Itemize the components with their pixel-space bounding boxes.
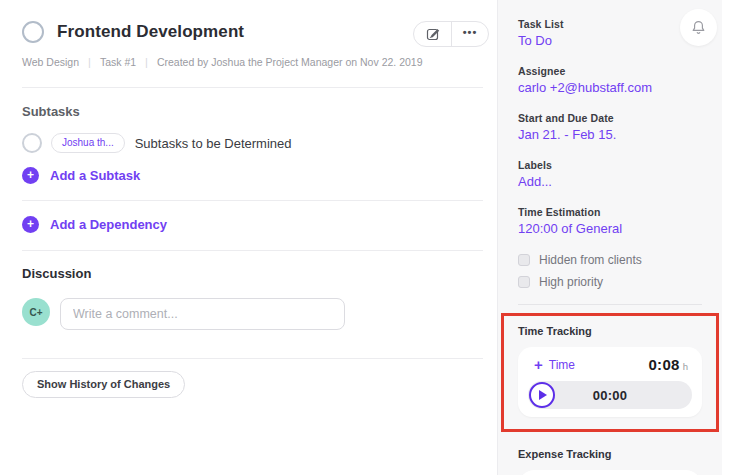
field-value-assignee[interactable]: carlo +2@hubstaff.com xyxy=(518,80,702,95)
add-time-button[interactable]: + Time xyxy=(534,357,575,372)
divider xyxy=(22,200,483,201)
field-assignee: Assignee carlo +2@hubstaff.com xyxy=(518,65,702,95)
high-priority-checkbox-row[interactable]: High priority xyxy=(518,275,702,289)
add-subtask-label: Add a Subtask xyxy=(50,168,140,183)
subtasks-heading: Subtasks xyxy=(22,104,483,119)
field-label: Time Estimation xyxy=(518,206,702,218)
main-panel: Frontend Development ••• Web Design | Ta… xyxy=(0,0,497,475)
time-total: 0:08 h xyxy=(648,356,688,373)
breadcrumb-separator: | xyxy=(88,56,91,68)
page-title: Frontend Development xyxy=(57,22,244,42)
show-history-button[interactable]: Show History of Changes xyxy=(22,371,185,398)
field-value-time-estimation[interactable]: 120:00 of General xyxy=(518,221,702,236)
breadcrumb-project[interactable]: Web Design xyxy=(22,56,79,68)
plus-icon: + xyxy=(22,167,39,184)
field-value-task-list[interactable]: To Do xyxy=(518,33,702,48)
more-options-button[interactable]: ••• xyxy=(451,22,488,46)
start-timer-button[interactable] xyxy=(529,382,555,408)
field-label: Start and Due Date xyxy=(518,112,702,124)
play-icon xyxy=(539,390,547,400)
field-value-dates[interactable]: Jan 21. - Feb 15. xyxy=(518,127,702,142)
time-tracking-heading: Time Tracking xyxy=(518,325,702,337)
checkbox-label: High priority xyxy=(539,275,603,289)
checkbox-icon[interactable] xyxy=(518,254,530,266)
comment-input[interactable] xyxy=(60,298,345,330)
divider xyxy=(22,250,483,251)
sidebar: Task List To Do Assignee carlo +2@hubsta… xyxy=(497,0,722,475)
bell-icon xyxy=(690,19,707,36)
divider xyxy=(22,358,483,359)
task-complete-checkbox[interactable] xyxy=(22,21,44,43)
breadcrumb-separator: | xyxy=(145,56,148,68)
plus-icon: + xyxy=(22,216,39,233)
time-tracking-card: + Time 0:08 h 00:00 xyxy=(518,347,702,417)
subtask-complete-checkbox[interactable] xyxy=(22,133,42,153)
subtask-assignee-badge[interactable]: Joshua th... xyxy=(51,133,125,153)
field-start-due-date: Start and Due Date Jan 21. - Feb 15. xyxy=(518,112,702,142)
divider xyxy=(22,87,483,88)
timer-bar: 00:00 xyxy=(528,381,692,409)
checkbox-label: Hidden from clients xyxy=(539,253,642,267)
comment-row: C+ xyxy=(22,298,483,330)
breadcrumb-created-by: Created by Joshua the Project Manager on… xyxy=(157,56,423,68)
field-label: Labels xyxy=(518,159,702,171)
task-actions: ••• xyxy=(413,21,489,47)
time-tracking-highlight-box: Time Tracking + Time 0:08 h xyxy=(501,313,719,432)
ellipsis-icon: ••• xyxy=(463,27,478,42)
plus-icon: + xyxy=(534,357,543,372)
field-task-list: Task List To Do xyxy=(518,18,702,48)
edit-task-button[interactable] xyxy=(414,22,451,46)
field-label: Task List xyxy=(518,18,702,30)
add-dependency-label: Add a Dependency xyxy=(50,217,167,232)
add-subtask-button[interactable]: + Add a Subtask xyxy=(22,167,483,184)
expense-tracking-card: + Expense 0 xyxy=(518,470,702,475)
field-value-labels[interactable]: Add... xyxy=(518,174,702,189)
field-labels: Labels Add... xyxy=(518,159,702,189)
time-total-value: 0:08 xyxy=(648,356,679,373)
sidebar-wrap: Task List To Do Assignee carlo +2@hubsta… xyxy=(497,0,731,475)
add-dependency-button[interactable]: + Add a Dependency xyxy=(22,216,483,233)
field-label: Assignee xyxy=(518,65,702,77)
avatar: C+ xyxy=(22,298,50,326)
divider xyxy=(518,304,702,305)
time-total-unit: h xyxy=(683,361,688,372)
time-tracking-top-row: + Time 0:08 h xyxy=(528,356,692,381)
checkbox-icon[interactable] xyxy=(518,276,530,288)
field-time-estimation: Time Estimation 120:00 of General xyxy=(518,206,702,236)
breadcrumb-task-number: Task #1 xyxy=(100,56,136,68)
subtask-row: Joshua th... Subtasks to be Determined xyxy=(22,133,483,153)
notifications-button[interactable] xyxy=(680,9,717,46)
edit-icon xyxy=(426,27,440,41)
checkbox-group: Hidden from clients High priority xyxy=(518,253,702,289)
expense-tracking-heading: Expense Tracking xyxy=(518,448,702,460)
discussion-heading: Discussion xyxy=(22,266,483,281)
hidden-from-clients-checkbox-row[interactable]: Hidden from clients xyxy=(518,253,702,267)
breadcrumb: Web Design | Task #1 | Created by Joshua… xyxy=(22,56,483,68)
add-time-label: Time xyxy=(549,358,575,372)
right-gutter xyxy=(722,0,731,475)
subtask-title[interactable]: Subtasks to be Determined xyxy=(135,136,292,151)
task-detail-screen: Frontend Development ••• Web Design | Ta… xyxy=(0,0,731,475)
